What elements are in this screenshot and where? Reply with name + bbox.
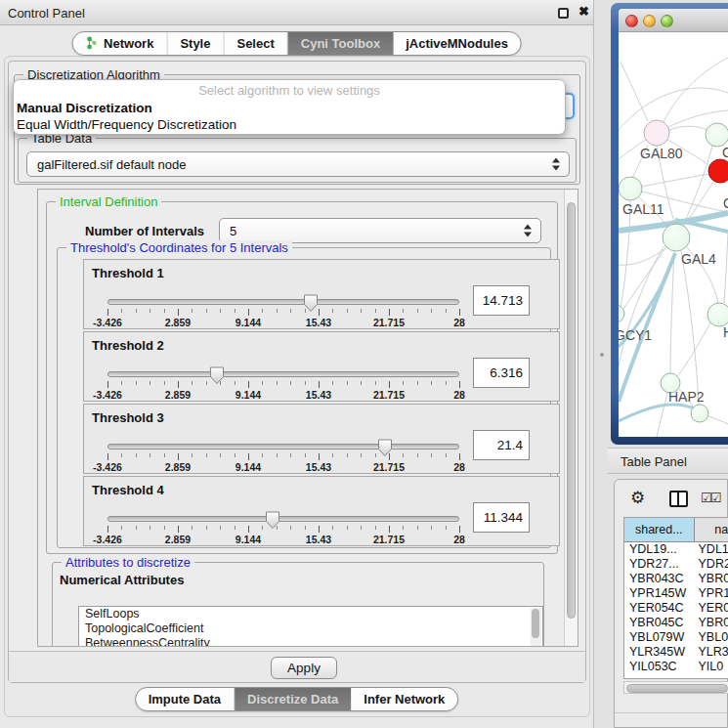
node-small[interactable] (691, 405, 708, 422)
spinner-arrows-icon (524, 225, 532, 237)
table-scrollbar-thumb[interactable] (626, 684, 728, 693)
panel-splitter[interactable] (595, 0, 608, 728)
settings-vertical-scrollbar[interactable] (564, 190, 578, 646)
threshold-2-slider[interactable] (107, 371, 459, 377)
tab-network[interactable]: Network (72, 32, 167, 55)
slider-ticks (107, 381, 459, 389)
threshold-3-label: Threshold 3 (92, 410, 164, 425)
mac-minimize-button[interactable] (643, 15, 656, 27)
list-item[interactable]: BetweennessCentrality (79, 636, 542, 647)
dropdown-option-manual-discretization[interactable]: Manual Discretization (17, 101, 152, 115)
table-row[interactable]: YDL19...YDL1 (624, 542, 728, 557)
threshold-4-panel: Threshold 4 -3.4262.8599.14415.4321.7152… (83, 476, 560, 546)
node-label-gal80: GAL80 (640, 146, 683, 161)
node-label-gal11: GAL11 (622, 201, 664, 217)
table-panel-title: Table Panel (621, 454, 687, 469)
slider-ticks (107, 453, 459, 461)
threshold-1-label: Threshold 1 (92, 266, 164, 280)
node-label-g: G (722, 145, 728, 160)
table-panel-divider (615, 712, 727, 713)
network-graph: GAL80 G C GAL11 GAL4 GCY1 H HAP2 (619, 32, 728, 437)
threshold-1-slider[interactable] (107, 299, 459, 305)
table-panel-header: Table Panel (608, 448, 728, 474)
numerical-attributes-list[interactable]: SelfLoops TopologicalCoefficient Between… (78, 606, 543, 647)
table-header-row: shared... na (624, 518, 728, 542)
network-view-inner: GAL80 G C GAL11 GAL4 GCY1 H HAP2 (619, 9, 728, 437)
table-row[interactable]: YBR045CYBR0 (624, 616, 728, 630)
node-g[interactable] (706, 123, 728, 147)
dropdown-placeholder: Select algorithm to view settings (14, 83, 565, 98)
network-icon (85, 36, 98, 51)
threshold-4-value-field[interactable]: 11.344 (473, 502, 530, 533)
table-row[interactable]: YER054CYER0 (624, 601, 728, 616)
table-row[interactable]: YPR145WYPR1 (624, 586, 728, 601)
table-row[interactable]: YIL053CYIL0 (624, 660, 728, 674)
columns-icon[interactable] (669, 491, 688, 507)
mac-zoom-button[interactable] (661, 15, 673, 27)
thresholds-group-label: Threshold's Coordinates for 5 Intervals (66, 240, 292, 255)
algorithm-dropdown-popup: Select algorithm to view settings Manual… (13, 79, 566, 135)
node-gal4[interactable] (663, 224, 690, 251)
list-scrollbar[interactable] (531, 608, 541, 647)
column-header-shared-name[interactable]: shared... (624, 518, 695, 542)
select-columns-icon[interactable]: ☑☑ (701, 491, 719, 505)
splitter-handle[interactable] (600, 353, 604, 357)
apply-strip: Apply (9, 651, 585, 682)
threshold-4-slider[interactable] (107, 516, 459, 522)
threshold-3-panel: Threshold 3 -3.4262.8599.14415.4321.7152… (83, 404, 560, 474)
settings-scroll-pane: Interval Definition Number of Intervals … (37, 189, 578, 647)
threshold-2-value-field[interactable]: 6.316 (473, 358, 530, 388)
list-item[interactable]: TopologicalCoefficient (79, 621, 542, 636)
node-h[interactable] (707, 303, 728, 326)
mac-close-button[interactable] (625, 15, 638, 27)
tab-impute-data[interactable]: Impute Data (136, 688, 235, 710)
node-selected-red[interactable] (708, 159, 728, 183)
list-scrollbar-thumb[interactable] (532, 609, 539, 638)
control-panel-title: Control Panel (8, 6, 85, 21)
table-row[interactable]: YLR345WYLR3 (624, 645, 728, 660)
node-gal11[interactable] (619, 177, 642, 200)
table-data-value: galFiltered.sif default node (37, 157, 186, 172)
float-window-icon[interactable] (558, 8, 569, 19)
network-view-window[interactable]: GAL80 G C GAL11 GAL4 GCY1 H HAP2 (611, 3, 728, 445)
table-row[interactable]: YBL079WYBL0 (624, 630, 728, 645)
slider-tick-labels: -3.4262.8599.14415.4321.71528 (107, 461, 459, 473)
close-icon[interactable]: ✖ (578, 4, 589, 19)
attributes-group: Attributes to discretize Numerical Attri… (52, 562, 544, 647)
network-view-titlebar[interactable] (619, 9, 728, 32)
threshold-3-value-field[interactable]: 21.4 (473, 430, 530, 460)
table-data-combobox[interactable]: galFiltered.sif default node (26, 151, 570, 177)
tab-cyni-toolbox[interactable]: Cyni Toolbox (288, 32, 393, 55)
list-item[interactable]: SelfLoops (79, 607, 542, 621)
tab-jactivemnodules[interactable]: jActiveMNodules (393, 32, 521, 55)
table-row[interactable]: YDR27...YDR2 (624, 557, 728, 572)
threshold-1-value-field[interactable]: 14.713 (473, 285, 530, 316)
settings-scrollbar-thumb[interactable] (567, 202, 576, 619)
node-gal80[interactable] (644, 120, 669, 146)
slider-ticks (107, 309, 459, 317)
node-gcy1[interactable] (619, 305, 624, 322)
tab-select[interactable]: Select (224, 32, 287, 55)
num-intervals-value: 5 (230, 224, 236, 238)
node-table: shared... na YDL19...YDL1 YDR27...YDR2 Y… (623, 517, 728, 679)
tab-discretize-data[interactable]: Discretize Data (235, 688, 351, 710)
interval-definition-label: Interval Definition (56, 194, 161, 209)
apply-button[interactable]: Apply (271, 657, 337, 679)
table-horizontal-scrollbar[interactable] (623, 681, 728, 694)
thresholds-group: Threshold's Coordinates for 5 Intervals … (57, 247, 551, 548)
interval-definition-group: Interval Definition Number of Intervals … (46, 201, 558, 554)
tab-style[interactable]: Style (167, 32, 224, 55)
node-label-c: C (723, 195, 728, 211)
gear-icon[interactable]: ⚙ (630, 488, 645, 508)
tab-infer-network[interactable]: Infer Network (351, 688, 457, 710)
threshold-2-panel: Threshold 2 -3.4262.8599.14415.4321.7152… (83, 331, 560, 402)
control-panel-window: Control Panel ✖ Network Style Select Cyn… (0, 0, 594, 728)
network-canvas[interactable]: GAL80 G C GAL11 GAL4 GCY1 H HAP2 (619, 32, 728, 437)
dropdown-option-equal-width[interactable]: Equal Width/Frequency Discretization (17, 117, 236, 132)
threshold-2-label: Threshold 2 (92, 338, 164, 353)
threshold-3-slider[interactable] (107, 444, 459, 450)
combo-arrows-icon (552, 158, 560, 171)
node-label-hap2: HAP2 (668, 389, 705, 405)
table-row[interactable]: YBR043CYBR0 (624, 572, 728, 586)
column-header-name[interactable]: na (695, 518, 728, 542)
